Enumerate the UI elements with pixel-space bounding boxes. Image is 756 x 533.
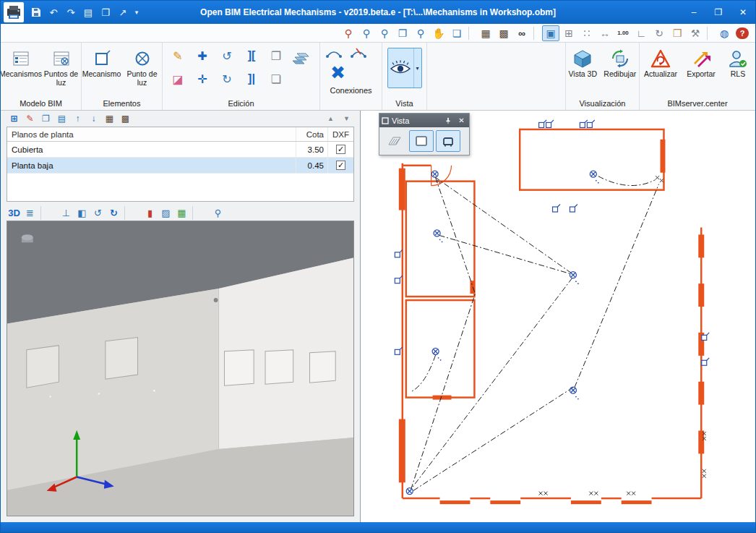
dxf-layers-icon[interactable]: ▩ xyxy=(118,112,133,126)
toolbar-button[interactable] xyxy=(468,27,474,40)
toolbar-button[interactable] xyxy=(192,206,207,220)
capture-button[interactable]: ▤ xyxy=(80,5,96,20)
ortho-icon[interactable]: ∟ xyxy=(632,25,650,41)
simetria-icon[interactable]: ][ xyxy=(241,48,262,64)
punto-de-luz-button[interactable]: Punto de luz xyxy=(123,45,162,89)
app-icon[interactable] xyxy=(4,2,24,22)
dxf-checkbox[interactable]: ✓ xyxy=(336,161,345,170)
shaded-view-icon[interactable]: ◧ xyxy=(74,206,90,220)
plan-row[interactable]: Cubierta 3.50 ✓ xyxy=(7,142,353,158)
borrar-icon[interactable]: ◪ xyxy=(167,71,189,87)
help-icon[interactable]: ? xyxy=(736,27,749,39)
edit-section-icon[interactable]: ▨ xyxy=(158,206,173,220)
move-up-icon[interactable]: ↑ xyxy=(70,112,85,126)
delete-connections-button[interactable]: ✖ xyxy=(325,60,351,85)
vista-toggle-button[interactable]: ▾ xyxy=(387,48,422,88)
mover-grupo-icon[interactable]: ✚ xyxy=(192,48,213,64)
selection-window-icon[interactable]: ▣ xyxy=(542,25,559,41)
layers-icon[interactable]: ≣ xyxy=(22,206,38,220)
zoom-extents-icon[interactable]: ⚲ xyxy=(358,25,375,41)
maximize-button[interactable]: ❐ xyxy=(706,1,731,24)
zoom-previous-icon[interactable]: ⚲ xyxy=(340,25,357,41)
zoom-window-icon[interactable]: ⚲ xyxy=(210,206,225,220)
move-down-icon[interactable]: ↓ xyxy=(86,112,101,126)
disconnect-button[interactable] xyxy=(349,46,368,60)
editar-icon[interactable]: ✎ xyxy=(167,48,189,64)
status-bar xyxy=(1,522,755,532)
section-plane-icon[interactable]: ▮ xyxy=(142,206,158,220)
tools-icon[interactable]: ⚒ xyxy=(687,25,704,41)
dxf-template-icon[interactable]: ▦ xyxy=(102,112,117,126)
redibujar-button[interactable]: Redibujar xyxy=(601,45,639,81)
mecanismos-button[interactable]: Mecanismos xyxy=(1,45,40,81)
edit-plan-icon[interactable]: ✎ xyxy=(22,112,38,126)
vista-3d-button[interactable]: Vista 3D xyxy=(566,45,600,81)
plan-doors xyxy=(431,166,452,186)
mecanismo-button[interactable]: Mecanismo xyxy=(82,45,121,81)
copiar-planta-icon[interactable]: ❐ xyxy=(265,48,287,64)
zoom-out-icon[interactable]: ⚲ xyxy=(376,25,393,41)
pin-icon[interactable] xyxy=(442,115,453,126)
share-menu-caret[interactable]: ▾ xyxy=(132,5,141,20)
regenerate-icon[interactable]: ↻ xyxy=(106,206,121,220)
dimension-icon[interactable]: ↔ xyxy=(596,25,614,41)
actualizar-button[interactable]: Actualizar xyxy=(641,45,680,81)
rls-button[interactable]: RLS xyxy=(722,45,754,81)
bimserver-web-icon[interactable]: ◍ xyxy=(716,25,733,41)
girar-icon[interactable]: ↺ xyxy=(216,48,238,64)
copy-plan-icon[interactable]: ❐ xyxy=(38,112,53,126)
toolbar-button[interactable] xyxy=(124,206,139,220)
pan-icon[interactable]: ✋ xyxy=(430,25,447,41)
axes-icon[interactable]: ⊥ xyxy=(59,206,74,220)
rotate-view-icon[interactable]: ↻ xyxy=(650,25,668,41)
exportar-button[interactable]: Exportar xyxy=(682,45,721,81)
viewport-3d[interactable] xyxy=(7,221,354,516)
close-button[interactable]: ✕ xyxy=(731,1,755,24)
scroll-up-button[interactable]: ▲ xyxy=(323,112,338,126)
undo-button[interactable]: ↶ xyxy=(46,5,61,20)
toolbar-button[interactable] xyxy=(40,206,56,220)
puntos-de-luz-button[interactable]: Puntos de luz xyxy=(42,45,81,89)
grid-icon[interactable]: ⊞ xyxy=(560,25,577,41)
connect-button[interactable] xyxy=(325,46,343,60)
asignar-plantas-button[interactable] xyxy=(290,52,312,67)
views-button[interactable]: ❐ xyxy=(98,5,113,20)
scale-icon[interactable]: 1.00 xyxy=(614,25,632,41)
share-button[interactable]: ↗ xyxy=(115,5,131,20)
binoculars-icon[interactable]: ∞ xyxy=(513,25,531,41)
add-plan-icon[interactable]: ⊞ xyxy=(7,112,22,126)
export-arrows-icon xyxy=(692,47,710,70)
dxf-template-icon[interactable]: ▦ xyxy=(477,25,494,41)
minimize-button[interactable]: – xyxy=(682,1,706,24)
vista-palette-titlebar[interactable]: Vista ✕ xyxy=(379,114,469,127)
toolbar-button[interactable] xyxy=(533,27,539,40)
scroll-down-button[interactable]: ▼ xyxy=(339,112,354,126)
vista-dropdown-caret[interactable]: ▾ xyxy=(413,48,421,88)
object-snap-icon[interactable]: ∷ xyxy=(578,25,596,41)
plan-row[interactable]: Planta baja 0.45 ✓ xyxy=(7,158,353,174)
zoom-sheet-icon[interactable]: ⚲ xyxy=(412,25,429,41)
orbit-icon[interactable]: ↺ xyxy=(90,206,106,220)
copy-view-icon[interactable]: ❐ xyxy=(394,25,411,41)
simetria-copia-icon[interactable]: ]| xyxy=(241,71,262,87)
dxf-layers-icon[interactable]: ▩ xyxy=(495,25,512,41)
sheets-icon[interactable]: ❒ xyxy=(669,25,686,41)
previous-window-icon[interactable]: ❏ xyxy=(448,25,465,41)
view-toolbar: ⚲⚲⚲❐⚲✋❏▦▩∞▣⊞∷↔1.00∟↻❒⚒◍? xyxy=(1,24,755,43)
plan-canvas[interactable] xyxy=(361,111,755,522)
walls-toggle[interactable] xyxy=(409,130,434,152)
redo-button[interactable]: ↷ xyxy=(63,5,79,20)
roof-toggle[interactable] xyxy=(382,130,407,152)
palette-close-button[interactable]: ✕ xyxy=(456,115,467,126)
toolbar-button[interactable] xyxy=(707,27,713,40)
copiar-icon[interactable]: ❏ xyxy=(265,71,287,87)
mover-icon[interactable]: ✛ xyxy=(192,71,213,87)
save-button[interactable] xyxy=(28,5,44,20)
export-plan-icon[interactable]: ▤ xyxy=(54,112,69,126)
background-grid-icon[interactable]: ▦ xyxy=(174,206,189,220)
girar-copia-icon[interactable]: ↻ xyxy=(216,71,238,87)
view-3d-icon[interactable]: 3D xyxy=(7,206,22,220)
ribbon: Mecanismos Puntos de luz Modelo BIM Meca… xyxy=(1,43,755,111)
furniture-toggle[interactable] xyxy=(436,130,460,152)
dxf-checkbox[interactable]: ✓ xyxy=(336,145,345,154)
